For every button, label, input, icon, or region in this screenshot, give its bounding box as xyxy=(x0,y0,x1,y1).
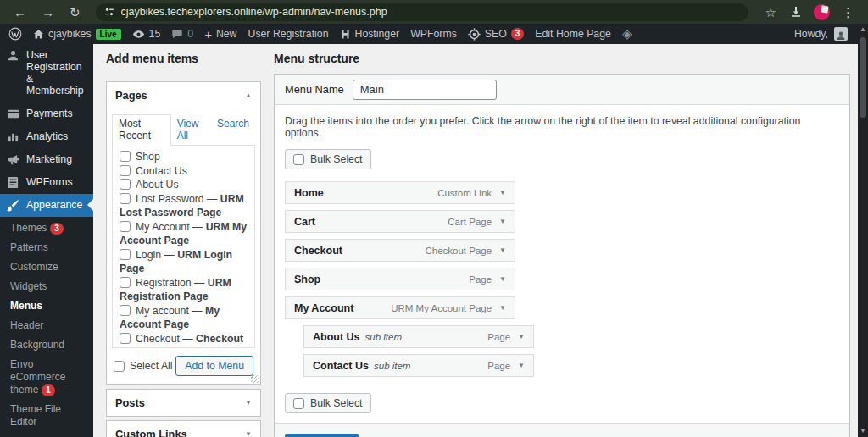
sidebar-item-payments[interactable]: Payments xyxy=(0,102,93,125)
sidebar-item-wpforms[interactable]: WPForms xyxy=(0,171,93,194)
expand-item-chevron-icon[interactable]: ▼ xyxy=(499,189,506,196)
expand-item-chevron-icon[interactable]: ▼ xyxy=(499,304,506,312)
submenu-badge: 3 xyxy=(50,223,64,235)
add-to-menu-button[interactable]: Add to Menu xyxy=(175,356,253,376)
downloads-icon[interactable] xyxy=(789,5,803,19)
page-checkbox-item[interactable]: Lost Password — URM Lost Password Page xyxy=(120,192,248,220)
checkbox[interactable] xyxy=(114,361,125,372)
tab-search[interactable]: Search xyxy=(211,114,255,146)
scroll-down-icon[interactable]: ▼ xyxy=(860,425,866,437)
menu-item-bar[interactable]: About Us sub item Page ▼ xyxy=(303,325,534,348)
menu-name-row: Menu Name xyxy=(275,75,849,105)
tab-most-recent[interactable]: Most Recent xyxy=(112,114,171,146)
page-checkbox-item[interactable]: About Us xyxy=(120,178,248,192)
expand-item-chevron-icon[interactable]: ▼ xyxy=(499,218,506,225)
scroll-up-icon[interactable]: ▲ xyxy=(860,24,866,36)
menu-item-bar[interactable]: Shop Page ▼ xyxy=(285,268,515,290)
expand-item-chevron-icon[interactable]: ▼ xyxy=(499,275,506,283)
checkbox[interactable] xyxy=(120,221,131,232)
menu-item-bar[interactable]: Home Custom Link ▼ xyxy=(285,181,515,204)
theme-diamond-icon[interactable]: ◈ xyxy=(622,26,632,41)
select-all-checkbox[interactable]: Select All xyxy=(114,360,173,372)
sidebar-item-appearance[interactable]: Appearance xyxy=(0,194,93,217)
expand-item-chevron-icon[interactable]: ▼ xyxy=(499,246,506,254)
page-scrollbar[interactable]: ▲ ▼ xyxy=(858,24,868,437)
site-settings-icon[interactable] xyxy=(104,7,114,17)
forward-icon[interactable]: → xyxy=(36,6,59,19)
user-avatar[interactable] xyxy=(834,27,848,41)
appearance-submenu-item[interactable]: Customize xyxy=(0,257,93,277)
add-menu-items-column: Add menu items Pages ▲ Most Recent View … xyxy=(106,52,261,437)
sidebar-item-user-registration[interactable]: User Registration & Membership xyxy=(0,44,93,102)
appearance-submenu-item[interactable]: Menus xyxy=(0,296,93,316)
views-counter[interactable]: 15 xyxy=(132,28,161,41)
checkbox[interactable] xyxy=(120,305,131,316)
appearance-submenu-item[interactable]: Theme File Editor xyxy=(0,400,93,432)
sidebar-item-marketing[interactable]: Marketing xyxy=(0,148,93,171)
address-bar[interactable]: cjaybikes.techexplorers.online/wp-admin/… xyxy=(96,3,748,21)
edit-home-page-link[interactable]: Edit Home Page xyxy=(535,28,611,40)
save-menu-button[interactable]: Save Menu xyxy=(285,434,359,437)
page-checkbox-item[interactable]: Registration — URM Registration Page xyxy=(120,276,248,304)
appearance-submenu-item[interactable]: Background xyxy=(0,335,93,355)
reload-icon[interactable]: ↻ xyxy=(64,6,86,19)
appearance-submenu-item[interactable]: Patterns xyxy=(0,238,93,257)
bulk-select-top[interactable]: Bulk Select xyxy=(285,149,371,169)
page-checkbox-item[interactable]: My account — My Account Page xyxy=(120,304,248,332)
page-checkbox-item[interactable]: Checkout — Checkout Page xyxy=(120,332,248,349)
expand-item-chevron-icon[interactable]: ▼ xyxy=(518,362,525,369)
menu-item-bar[interactable]: Contact Us sub item Page ▼ xyxy=(303,354,534,377)
resize-handle[interactable] xyxy=(251,375,259,383)
checkbox[interactable] xyxy=(293,154,304,165)
checkbox[interactable] xyxy=(120,151,131,162)
menu-item-bar[interactable]: Cart Cart Page ▼ xyxy=(285,210,515,233)
page-checkbox-item[interactable]: Shop xyxy=(120,150,248,164)
checkbox[interactable] xyxy=(120,333,131,344)
drag-instruction-text: Drag the items into the order you prefer… xyxy=(285,115,839,139)
menu-item-bar[interactable]: My Account URM My Account Page ▼ xyxy=(285,296,515,319)
pages-footer: Select All Add to Menu xyxy=(107,348,260,384)
plus-icon: + xyxy=(204,28,212,41)
checkbox[interactable] xyxy=(120,165,131,176)
appearance-submenu-item[interactable]: Themes3 xyxy=(0,218,93,238)
expand-item-chevron-icon[interactable]: ▼ xyxy=(518,333,525,340)
checkbox[interactable] xyxy=(293,398,304,409)
appearance-submenu-item[interactable]: Header xyxy=(0,316,93,335)
page-checkbox-item[interactable]: Login — URM Login Page xyxy=(120,248,248,276)
appearance-submenu-item[interactable]: Envo eCommerce theme1 xyxy=(0,355,93,400)
menu-name-input[interactable] xyxy=(353,80,497,100)
user-registration-menu[interactable]: User Registration xyxy=(248,28,329,40)
wpforms-menu[interactable]: WPForms xyxy=(410,28,457,40)
appearance-submenu-item[interactable]: Widgets xyxy=(0,277,93,296)
page-checkbox-item[interactable]: Contact Us xyxy=(120,164,248,179)
site-name-link[interactable]: cjaybikes Live xyxy=(33,28,121,40)
bulk-select-bottom[interactable]: Bulk Select xyxy=(285,393,371,413)
pages-accordion-header[interactable]: Pages ▲ xyxy=(107,82,260,108)
profile-avatar[interactable] xyxy=(814,4,830,20)
sidebar-item-analytics[interactable]: Analytics xyxy=(0,125,93,148)
seo-menu[interactable]: SEO 3 xyxy=(468,28,525,41)
pages-checklist: Shop Contact Us About Us Lost Password —… xyxy=(112,145,255,348)
scrollbar-thumb[interactable] xyxy=(860,37,866,118)
page-checkbox-item[interactable]: My Account — URM My Account Page xyxy=(120,220,248,248)
menu-item-bar[interactable]: Checkout Checkout Page ▼ xyxy=(285,239,515,262)
accordion-header[interactable]: Custom Links ▼ xyxy=(107,421,260,437)
wordpress-logo-icon[interactable] xyxy=(8,27,22,41)
browser-menu-icon[interactable]: ⋮ xyxy=(837,6,860,19)
tab-view-all[interactable]: View All xyxy=(171,114,211,146)
accordion-header[interactable]: Posts ▼ xyxy=(107,390,260,416)
hostinger-menu[interactable]: Hostinger xyxy=(340,28,400,40)
seo-notification-badge: 3 xyxy=(511,28,525,40)
checkbox[interactable] xyxy=(120,249,131,260)
eye-icon xyxy=(132,28,145,41)
bookmark-star-icon[interactable]: ☆ xyxy=(760,6,782,19)
chevron-up-icon: ▲ xyxy=(245,91,252,99)
back-icon[interactable]: ← xyxy=(8,6,31,19)
checkbox[interactable] xyxy=(120,179,131,190)
comments-counter[interactable]: 0 xyxy=(171,28,193,40)
new-content-button[interactable]: + New xyxy=(204,28,236,41)
checkbox[interactable] xyxy=(120,277,131,288)
admin-sidebar: User Registration & Membership Payments … xyxy=(0,44,93,437)
add-menu-items-title: Add menu items xyxy=(106,52,261,65)
checkbox[interactable] xyxy=(120,193,131,204)
